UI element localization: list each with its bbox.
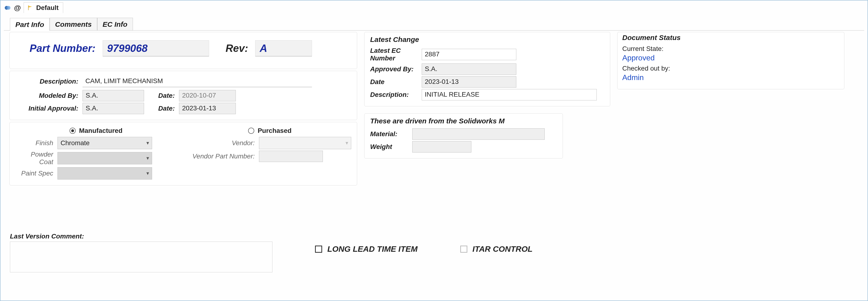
initial-approval-field[interactable]: S.A. — [83, 103, 144, 114]
vendor-pn-field[interactable] — [259, 150, 323, 162]
bottom-row: Last Version Comment: LONG LEAD TIME ITE… — [10, 232, 858, 272]
sw-driven-title: These are driven from the Solidworks M — [370, 117, 557, 125]
powder-coat-select[interactable]: ▾ — [58, 152, 152, 164]
paint-spec-label: Paint Spec — [21, 169, 53, 177]
finish-select[interactable]: Chromate ▾ — [58, 137, 152, 149]
initial-date-label: Date: — [158, 105, 175, 112]
radio-purchased[interactable] — [248, 128, 254, 134]
checkbox-long-lead[interactable] — [315, 246, 322, 253]
material-label: Material: — [370, 130, 397, 138]
part-number-field[interactable]: 9799068 — [103, 40, 209, 56]
group-document-status: Document Status Current State: Approved … — [617, 32, 844, 89]
radio-manufactured-label: Manufactured — [79, 127, 123, 135]
latest-change-title: Latest Change — [370, 35, 604, 44]
checked-out-label: Checked out by: — [622, 65, 839, 72]
datacard-tabs: Part Info Comments EC Info — [0, 13, 868, 30]
svg-point-1 — [7, 6, 10, 10]
flag-icon — [26, 4, 34, 11]
approved-by-label: Approved By: — [370, 65, 414, 73]
tab-ec-info[interactable]: EC Info — [97, 18, 133, 30]
window-tab-default[interactable]: Default — [24, 2, 63, 13]
last-version-comment-label: Last Version Comment: — [10, 232, 273, 240]
chevron-down-icon: ▾ — [146, 155, 149, 161]
at-icon: @ — [14, 4, 21, 11]
initial-approval-label: Initial Approval: — [28, 105, 78, 112]
rev-field[interactable]: A — [255, 40, 312, 56]
description-label: Description: — [40, 78, 78, 85]
modeled-by-label: Modeled By: — [39, 92, 78, 99]
description-field[interactable]: CAM, LIMIT MECHANISM — [83, 76, 312, 87]
itar-label: ITAR CONTROL — [472, 244, 533, 254]
long-lead-label: LONG LEAD TIME ITEM — [327, 244, 418, 254]
approved-by-field[interactable]: S.A. — [422, 63, 516, 75]
group-part-number: Part Number: 9799068 Rev: A — [9, 32, 357, 69]
powder-coat-label: Powder Coat — [31, 150, 53, 166]
group-description: Description: CAM, LIMIT MECHANISM Modele… — [9, 71, 357, 120]
group-latest-change: Latest Change Latest EC Number 2887 Appr… — [364, 32, 610, 106]
group-solidworks-driven: These are driven from the Solidworks M M… — [364, 113, 563, 159]
finish-value: Chromate — [61, 139, 90, 147]
paint-spec-select[interactable]: ▾ — [58, 167, 152, 180]
vendor-select[interactable]: ▾ — [259, 137, 351, 149]
current-state-value: Approved — [622, 54, 839, 62]
radio-manufactured[interactable] — [69, 128, 76, 134]
tab-comments[interactable]: Comments — [50, 18, 97, 30]
finish-label: Finish — [35, 139, 53, 146]
tab-part-info[interactable]: Part Info — [10, 18, 50, 31]
modeled-date-label: Date: — [158, 92, 175, 99]
weight-label: Weight — [370, 143, 392, 150]
modeled-by-field[interactable]: S.A. — [83, 90, 144, 101]
weight-field[interactable] — [412, 141, 471, 153]
rev-label: Rev: — [226, 43, 248, 54]
app-icon — [4, 4, 11, 11]
group-sourcing: Manufactured Finish Chromate ▾ Powder — [9, 122, 357, 186]
modeled-date-field[interactable]: 2020-10-07 — [179, 90, 236, 101]
latest-desc-field[interactable]: INITIAL RELEASE — [422, 89, 597, 101]
chevron-down-icon: ▾ — [146, 170, 149, 176]
current-state-label: Current State: — [622, 45, 839, 53]
latest-desc-label: Description: — [370, 91, 409, 98]
window-tab-strip: @ Default — [0, 0, 868, 13]
chevron-down-icon: ▾ — [345, 140, 348, 146]
chevron-down-icon: ▾ — [146, 140, 149, 146]
latest-date-label: Date — [370, 78, 384, 85]
part-number-label: Part Number: — [30, 43, 96, 54]
vendor-label: Vendor: — [232, 139, 255, 146]
latest-ec-label: Latest EC Number — [370, 47, 401, 62]
checked-out-value: Admin — [622, 73, 839, 82]
pdm-datacard-window: @ Default Part Info Comments EC Info Par… — [0, 0, 868, 301]
material-field[interactable] — [412, 128, 545, 140]
checkbox-itar[interactable] — [460, 246, 467, 253]
initial-date-field[interactable]: 2023-01-13 — [179, 103, 236, 114]
window-tab-label: Default — [36, 4, 59, 11]
vendor-pn-label: Vendor Part Number: — [192, 153, 255, 160]
doc-status-title: Document Status — [622, 34, 839, 42]
latest-date-field[interactable]: 2023-01-13 — [422, 76, 516, 88]
datacard-body: Part Number: 9799068 Rev: A Description:… — [4, 30, 864, 191]
last-version-comment-field[interactable] — [10, 242, 273, 272]
latest-ec-field[interactable]: 2887 — [422, 49, 516, 60]
radio-purchased-label: Purchased — [257, 127, 291, 135]
svg-rect-2 — [28, 5, 29, 10]
